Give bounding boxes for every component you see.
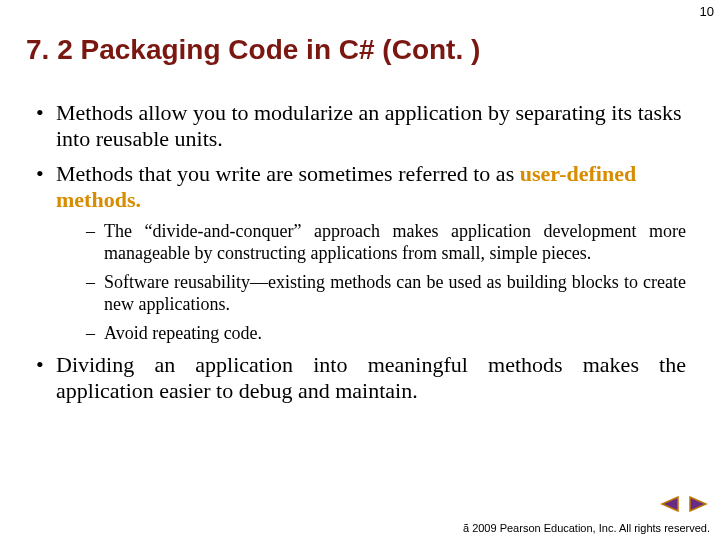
copyright-footer: ã 2009 Pearson Education, Inc. All right…	[463, 522, 710, 534]
triangle-right-icon	[688, 496, 708, 512]
svg-marker-1	[690, 497, 706, 511]
bullet-list: Methods allow you to modularize an appli…	[36, 100, 686, 405]
triangle-left-icon	[660, 496, 680, 512]
sub-bullet-1: The “divide-and-conquer” approach makes …	[86, 220, 686, 265]
page-number: 10	[700, 4, 714, 19]
svg-marker-0	[662, 497, 678, 511]
bullet-1: Methods allow you to modularize an appli…	[36, 100, 686, 153]
slide: 10 7. 2 Packaging Code in C# (Cont. ) Me…	[0, 0, 720, 540]
sub-bullet-list: The “divide-and-conquer” approach makes …	[56, 220, 686, 345]
bullet-2: Methods that you write are sometimes ref…	[36, 161, 686, 344]
prev-button[interactable]	[660, 496, 680, 512]
bullet-3: Dividing an application into meaningful …	[36, 352, 686, 405]
next-button[interactable]	[688, 496, 708, 512]
slide-content: Methods allow you to modularize an appli…	[36, 100, 686, 413]
sub-bullet-3: Avoid repeating code.	[86, 322, 686, 345]
bullet-2-text: Methods that you write are sometimes ref…	[56, 161, 520, 186]
nav-buttons	[656, 496, 708, 516]
slide-title: 7. 2 Packaging Code in C# (Cont. )	[26, 34, 480, 66]
sub-bullet-2: Software reusability—existing methods ca…	[86, 271, 686, 316]
